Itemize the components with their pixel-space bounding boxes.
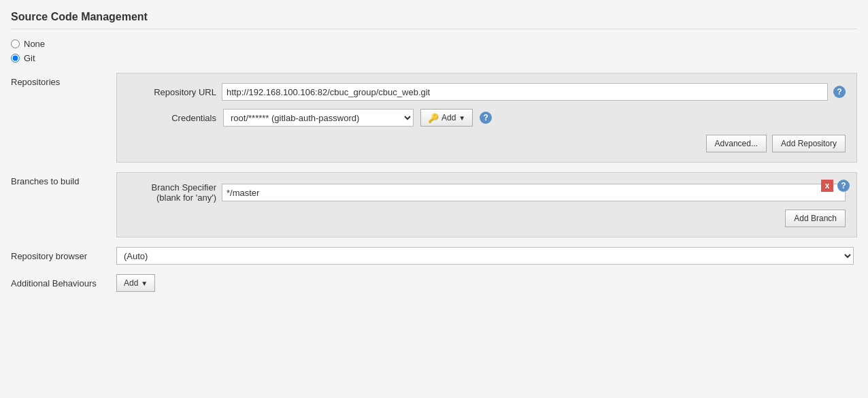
credentials-add-button[interactable]: 🔑 Add ▼ — [420, 109, 473, 127]
repository-url-row: Repository URL ? — [128, 83, 846, 101]
repository-url-label: Repository URL — [128, 87, 216, 97]
add-branch-button[interactable]: Add Branch — [785, 210, 846, 227]
branch-specifier-row: Branch Specifier (blank for 'any') — [128, 182, 846, 203]
scm-git-radio[interactable] — [11, 54, 20, 63]
advanced-button[interactable]: Advanced... — [706, 135, 767, 152]
branch-top-controls: x ? — [821, 180, 850, 192]
scm-option-none[interactable]: None — [11, 39, 857, 49]
branch-specifier-help-icon[interactable]: ? — [837, 180, 850, 192]
credentials-select[interactable]: root/****** (gitlab-auth-password) - non… — [223, 109, 414, 127]
branch-specifier-label: Branch Specifier (blank for 'any') — [128, 182, 216, 203]
repository-browser-select[interactable]: (Auto) gitiles github gitlab bitbucket — [116, 247, 854, 265]
scm-git-label: Git — [24, 53, 35, 63]
additional-behaviours-add-button[interactable]: Add ▼ — [116, 274, 155, 292]
add-dropdown-arrow: ▼ — [458, 114, 465, 122]
repositories-label: Repositories — [11, 73, 116, 87]
repositories-content: Repository URL ? Credentials root/******… — [116, 73, 857, 163]
add-repository-button[interactable]: Add Repository — [772, 135, 846, 152]
branches-content: x ? Branch Specifier (blank for 'any') A… — [116, 172, 857, 237]
additional-behaviours-add-label: Add — [124, 278, 138, 288]
repository-browser-section: Repository browser (Auto) gitiles github… — [11, 247, 857, 265]
additional-behaviours-content: Add ▼ — [116, 274, 155, 292]
scm-option-git[interactable]: Git — [11, 53, 857, 63]
branch-specifier-input[interactable] — [222, 184, 846, 201]
credentials-row: Credentials root/****** (gitlab-auth-pas… — [128, 109, 846, 127]
credentials-label: Credentials — [128, 113, 216, 123]
scm-none-radio[interactable] — [11, 39, 20, 48]
page-title: Source Code Management — [11, 11, 857, 29]
branches-button-row: Add Branch — [128, 210, 846, 227]
repository-browser-label: Repository browser — [11, 247, 116, 261]
credentials-help-icon[interactable]: ? — [480, 112, 492, 124]
scm-radio-group: None Git — [11, 39, 857, 63]
repositories-section: Repositories Repository URL ? Credential… — [11, 73, 857, 163]
branches-section: Branches to build x ? Branch Specifier (… — [11, 172, 857, 237]
additional-behaviours-label: Additional Behaviours — [11, 274, 116, 288]
credentials-add-label: Add — [441, 113, 456, 122]
repository-url-help-icon[interactable]: ? — [833, 86, 846, 98]
additional-behaviours-add-arrow: ▼ — [141, 280, 148, 287]
remove-branch-button[interactable]: x — [821, 180, 833, 192]
scm-none-label: None — [24, 39, 45, 49]
repository-url-input[interactable] — [222, 83, 828, 101]
branches-label: Branches to build — [11, 172, 116, 186]
repositories-button-row: Advanced... Add Repository — [128, 135, 846, 152]
additional-behaviours-section: Additional Behaviours Add ▼ — [11, 274, 857, 292]
key-icon: 🔑 — [428, 113, 439, 123]
